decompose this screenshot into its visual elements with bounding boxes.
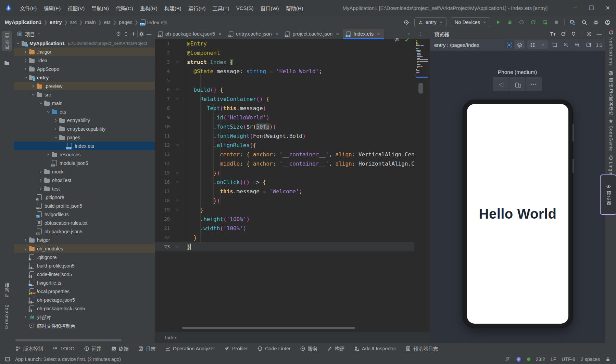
editor-bottom-tab[interactable]: Index bbox=[155, 332, 440, 343]
code-line-11[interactable]: 11 .fontWeight(FontWeight.Bold) bbox=[155, 131, 414, 141]
close-tab-icon[interactable]: ✕ bbox=[275, 31, 279, 37]
tree-item-src[interactable]: src bbox=[14, 90, 155, 99]
chevron-collapsed-icon[interactable] bbox=[53, 118, 59, 122]
code-line-22[interactable]: 22 } bbox=[155, 233, 414, 242]
bottom-tool-Profiler[interactable]: Profiler bbox=[224, 346, 248, 351]
bottom-tool-构建[interactable]: 构建 bbox=[327, 345, 345, 352]
menu-窗口(W)[interactable]: 窗口(W) bbox=[257, 3, 282, 13]
frame-select-icon[interactable] bbox=[550, 40, 559, 49]
code-line-15[interactable]: 15 }) bbox=[155, 168, 414, 178]
editor-tab-oh-package-lock.json5[interactable]: {..}oh-package-lock.json5 ✕ bbox=[155, 29, 225, 39]
code-line-23[interactable]: 23 } bbox=[155, 242, 414, 251]
hide-panel-icon[interactable]: — bbox=[145, 30, 153, 38]
right-strip-tab-CodeGenie[interactable]: CodeGenie bbox=[605, 118, 616, 151]
chevron-collapsed-icon[interactable] bbox=[23, 50, 28, 54]
tree-item-hvigorfile.ts[interactable]: TS hvigorfile.ts bbox=[14, 278, 155, 287]
chevron-collapsed-icon[interactable] bbox=[38, 187, 43, 191]
tree-item-obfuscation-rules.txt[interactable]: obfuscation-rules.txt bbox=[14, 219, 155, 227]
breadcrumb-src[interactable]: src bbox=[70, 20, 77, 25]
expand-all-icon[interactable] bbox=[122, 30, 130, 38]
tree-item-hvigor[interactable]: hvigor bbox=[14, 236, 155, 244]
fold-marker-icon[interactable] bbox=[172, 242, 184, 251]
bottom-tool-日志[interactable]: 日志 bbox=[138, 345, 156, 352]
debug-button[interactable] bbox=[506, 18, 514, 26]
code-line-18[interactable]: 18 }) bbox=[155, 196, 414, 205]
code-line-12[interactable]: 12 .alignRules({ bbox=[155, 141, 414, 150]
encoding[interactable]: UTF-8 bbox=[562, 356, 575, 362]
code-line-21[interactable]: 21 .width('100%') bbox=[155, 224, 414, 233]
chevron-collapsed-icon[interactable] bbox=[38, 170, 43, 174]
menu-文件(F)[interactable]: 文件(F) bbox=[16, 3, 40, 13]
menu-编辑(E)[interactable]: 编辑(E) bbox=[40, 3, 64, 13]
layout-toggle-icon[interactable] bbox=[5, 356, 10, 362]
caret-position[interactable]: 23:2 bbox=[536, 356, 545, 362]
chevron-down-icon[interactable] bbox=[538, 40, 548, 49]
bottom-tool-预览器日志[interactable]: 预览器日志 bbox=[405, 345, 438, 352]
fold-marker-icon[interactable] bbox=[172, 94, 184, 104]
code-line-19[interactable]: 19 } bbox=[155, 205, 414, 214]
font-scale-icon[interactable]: Tᴛ bbox=[550, 31, 555, 37]
tree-item-main[interactable]: main bbox=[14, 99, 155, 107]
eye-slash-icon[interactable] bbox=[394, 37, 400, 42]
chevron-expanded-icon[interactable] bbox=[23, 76, 28, 80]
tree-item-临时文件和控制台[interactable]: 临时文件和控制台 bbox=[14, 321, 155, 330]
chevron-expanded-icon[interactable] bbox=[30, 93, 36, 97]
tree-item-.gitignore[interactable]: ⊘ .gitignore bbox=[14, 253, 155, 261]
breadcrumb-pages[interactable]: pages bbox=[119, 20, 133, 25]
menu-VCS(S)[interactable]: VCS(S) bbox=[233, 4, 257, 12]
settings-gear-icon[interactable] bbox=[592, 18, 600, 26]
hide-previewer-icon[interactable]: — bbox=[597, 31, 602, 37]
chevron-expanded-icon[interactable] bbox=[45, 110, 51, 114]
tree-item-mock[interactable]: mock bbox=[14, 167, 155, 176]
components-grid-icon[interactable] bbox=[527, 40, 538, 49]
locate-file-icon[interactable] bbox=[115, 30, 122, 38]
fold-marker-icon[interactable] bbox=[172, 141, 184, 150]
code-line-6[interactable]: 6 build() { bbox=[155, 85, 414, 94]
fit-to-screen-icon[interactable] bbox=[584, 40, 593, 49]
tree-item-hvigorfile.ts[interactable]: TS hvigorfile.ts bbox=[14, 210, 155, 219]
line-ending[interactable]: LF bbox=[551, 356, 556, 362]
inspection-ok-check-icon[interactable] bbox=[404, 37, 410, 42]
chevron-collapsed-icon[interactable] bbox=[30, 84, 36, 88]
chevron-down-icon[interactable] bbox=[37, 32, 41, 36]
right-strip-tab-预览器[interactable]: 预览器 bbox=[600, 174, 616, 215]
minimize-button[interactable]: ─ bbox=[567, 0, 583, 16]
bottom-tool-ArkUI Inspector[interactable]: ArkUI Inspector bbox=[354, 346, 396, 351]
run-config-selector[interactable]: entry bbox=[414, 17, 447, 27]
breadcrumb-Index.ets[interactable]: ETSIndex.ets bbox=[141, 19, 167, 25]
phone-screen[interactable]: Hello World bbox=[467, 104, 568, 324]
device-selector[interactable]: No Devices bbox=[451, 17, 490, 27]
code-line-10[interactable]: 10 .fontSize($r(50fp)) bbox=[155, 122, 414, 131]
tree-item-.hvigor[interactable]: .hvigor bbox=[14, 48, 155, 56]
menu-运行(R)[interactable]: 运行(R) bbox=[185, 3, 209, 13]
close-tab-icon[interactable]: ✕ bbox=[218, 31, 222, 37]
hidden-tabs-chevron-icon[interactable] bbox=[407, 32, 411, 36]
back-button[interactable]: ◁ bbox=[493, 77, 509, 91]
chevron-collapsed-icon[interactable] bbox=[23, 67, 28, 71]
breadcrumb-main[interactable]: main bbox=[85, 20, 96, 25]
tree-item-test[interactable]: test bbox=[14, 184, 155, 193]
tab-options-kebab-icon[interactable]: ⋮ bbox=[418, 31, 423, 37]
more-options-button[interactable]: ••• bbox=[526, 77, 542, 91]
close-tab-icon[interactable]: ✕ bbox=[336, 31, 339, 37]
close-button[interactable]: ✕ bbox=[600, 0, 616, 16]
chevron-collapsed-icon[interactable] bbox=[23, 58, 28, 63]
preview-mode-icon[interactable] bbox=[504, 40, 514, 49]
zoom-ratio-label[interactable]: 1:1 bbox=[596, 42, 602, 48]
notifications-muted-icon[interactable] bbox=[505, 356, 510, 362]
tree-item-entrybackupability[interactable]: entrybackupability bbox=[14, 125, 155, 133]
tree-item-build-profile.json5[interactable]: {..} build-profile.json5 bbox=[14, 261, 155, 270]
tree-item-oh-package.json5[interactable]: {..} oh-package.json5 bbox=[14, 296, 155, 304]
account-icon[interactable] bbox=[604, 18, 611, 26]
bottom-tool-服务[interactable]: 服务 bbox=[300, 345, 318, 352]
bottom-tool-Operation Analyzer[interactable]: Operation Analyzer bbox=[165, 346, 215, 351]
bottom-tool-问题[interactable]: 问题 bbox=[84, 345, 102, 352]
hello-world-text[interactable]: Hello World bbox=[479, 206, 557, 222]
tree-item-ets[interactable]: ets bbox=[14, 107, 155, 116]
menu-工具(T)[interactable]: 工具(T) bbox=[209, 3, 232, 13]
tree-item-oh_modules[interactable]: oh_modules bbox=[14, 244, 155, 253]
device-manager-icon[interactable] bbox=[569, 18, 576, 26]
editor-tab-Index.ets[interactable]: ETSIndex.ets ✕ bbox=[343, 29, 384, 39]
editor-horizontal-scrollbar[interactable] bbox=[182, 327, 355, 329]
fold-marker-icon[interactable] bbox=[172, 168, 184, 178]
